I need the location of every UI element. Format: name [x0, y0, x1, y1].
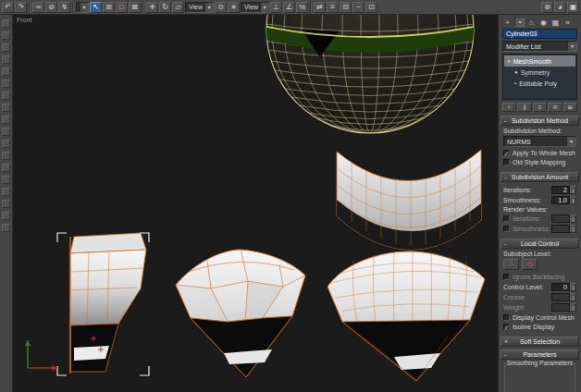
- show-end-result-button[interactable]: ∥: [517, 103, 531, 112]
- curve-editor-icon[interactable]: ~: [352, 2, 365, 13]
- snap-toggle-icon[interactable]: ⊥: [270, 2, 282, 13]
- apply-to-whole-mesh-checkbox[interactable]: ✓: [503, 150, 510, 156]
- secondary-view-dropdown[interactable]: View ▾: [241, 2, 269, 13]
- rollout-header-parameters[interactable]: - Parameters: [501, 349, 579, 360]
- left-toolbar-icon[interactable]: [2, 19, 10, 28]
- sphere-object[interactable]: [263, 15, 477, 134]
- tab-motion[interactable]: ◉: [538, 17, 549, 27]
- render-iterations-value[interactable]: [551, 214, 570, 223]
- viewport-canvas[interactable]: [13, 15, 498, 392]
- configure-modifier-sets-button[interactable]: ⊞: [563, 103, 577, 112]
- control-level-value[interactable]: 0: [551, 283, 570, 291]
- spinner-down-icon[interactable]: ▾: [572, 201, 574, 203]
- ignore-backfacing-checkbox[interactable]: [503, 274, 510, 280]
- crease-value[interactable]: [551, 293, 570, 301]
- make-unique-button[interactable]: ≡: [533, 103, 547, 112]
- spinner-down-icon[interactable]: ▾: [572, 288, 574, 290]
- left-toolbar-icon[interactable]: [2, 212, 10, 220]
- smoothness-value[interactable]: 1.0: [551, 196, 570, 204]
- left-toolbar-icon[interactable]: [2, 116, 10, 124]
- spinner-arrows[interactable]: ▴▾: [570, 225, 576, 233]
- select-and-rotate-icon[interactable]: ↻: [159, 2, 171, 13]
- subdivision-method-dropdown[interactable]: NURMS ▾: [503, 136, 576, 147]
- spinner-arrows[interactable]: ▴▾: [570, 214, 576, 223]
- modifier-bulb-icon[interactable]: ●: [514, 69, 518, 75]
- weight-value[interactable]: [551, 303, 570, 312]
- undo-icon[interactable]: ↶: [2, 2, 14, 13]
- window-crossing-icon[interactable]: ⊠: [129, 2, 141, 13]
- left-toolbar-icon[interactable]: [2, 224, 10, 232]
- spinner-down-icon[interactable]: ▾: [572, 308, 574, 311]
- left-toolbar-icon[interactable]: [2, 92, 10, 100]
- viewport-front[interactable]: Front: [13, 15, 498, 392]
- left-toolbar-icon[interactable]: [2, 152, 10, 160]
- bind-to-space-warp-icon[interactable]: ↯: [58, 2, 70, 13]
- rollout-header-local-control[interactable]: - Local Control: [501, 239, 579, 249]
- left-toolbar-icon[interactable]: [2, 164, 10, 172]
- align-icon[interactable]: ≡: [327, 2, 339, 13]
- modifier-list-dropdown[interactable]: Modifier List ▾: [502, 41, 577, 52]
- selection-filter-dropdown[interactable]: ▾: [76, 2, 89, 13]
- render-smoothness-value[interactable]: [551, 225, 570, 233]
- tab-create[interactable]: +: [502, 17, 513, 27]
- render-smoothness-checkbox[interactable]: [503, 226, 510, 232]
- use-pivot-center-icon[interactable]: ⊙: [215, 2, 227, 13]
- spinner-arrows[interactable]: ▴▾: [570, 283, 576, 291]
- old-style-mapping-checkbox[interactable]: [503, 159, 510, 165]
- spinner-down-icon[interactable]: ▾: [572, 298, 574, 300]
- select-and-move-icon[interactable]: ✛: [146, 2, 158, 13]
- select-and-manipulate-icon[interactable]: ∗: [228, 2, 240, 13]
- unlink-selection-icon[interactable]: ⊘: [45, 2, 57, 13]
- helmet-low-object[interactable]: [57, 233, 149, 375]
- left-toolbar-icon[interactable]: [2, 128, 10, 136]
- spinner-arrows[interactable]: ▴▾: [570, 293, 576, 301]
- percent-snap-icon[interactable]: %: [296, 2, 308, 13]
- vertex-subobject-button[interactable]: ∴: [503, 259, 519, 270]
- select-by-name-icon[interactable]: ⊞: [103, 2, 115, 13]
- render-last-icon[interactable]: ▣: [567, 2, 579, 13]
- display-control-mesh-checkbox[interactable]: [503, 314, 510, 321]
- left-toolbar-icon[interactable]: [2, 140, 10, 148]
- angle-snap-icon[interactable]: ∠: [283, 2, 295, 13]
- left-toolbar-icon[interactable]: [2, 31, 10, 40]
- viewport-label[interactable]: Front: [17, 17, 31, 23]
- select-object-icon[interactable]: ↖: [90, 2, 102, 13]
- helmet-mid-object[interactable]: [176, 250, 305, 377]
- left-toolbar-icon[interactable]: [2, 188, 10, 196]
- rectangular-region-icon[interactable]: □: [116, 2, 128, 13]
- tab-display[interactable]: ▦: [550, 17, 561, 27]
- rollout-header-subdivision-method[interactable]: - Subdivision Method: [501, 116, 579, 126]
- left-toolbar-icon[interactable]: [2, 200, 10, 208]
- tab-hierarchy[interactable]: ⌂: [526, 17, 537, 27]
- remove-modifier-button[interactable]: ⊘: [548, 103, 562, 112]
- render-teapot-icon[interactable]: ◕: [554, 2, 566, 13]
- isoline-display-checkbox[interactable]: ✓: [503, 324, 510, 330]
- left-toolbar-icon[interactable]: [2, 80, 10, 88]
- stack-item-editable-poly[interactable]: ▪ Editable Poly: [504, 78, 575, 89]
- curved-band-object[interactable]: [337, 150, 481, 250]
- tab-utilities[interactable]: ¤: [562, 17, 573, 27]
- render-iterations-checkbox[interactable]: [503, 215, 510, 222]
- redo-icon[interactable]: ↷: [15, 2, 27, 13]
- stack-item-symmetry[interactable]: ● Symmetry: [504, 67, 575, 78]
- left-toolbar-icon[interactable]: [2, 67, 10, 76]
- spinner-down-icon[interactable]: ▾: [572, 229, 574, 232]
- reference-coordinate-system-dropdown[interactable]: View ▾: [185, 2, 214, 13]
- mirror-icon[interactable]: ⇄: [314, 2, 326, 13]
- rollout-header-soft-selection[interactable]: + Soft Selection: [501, 337, 579, 347]
- tab-modify[interactable]: ◔: [514, 17, 525, 27]
- select-and-scale-icon[interactable]: ▱: [172, 2, 184, 13]
- left-toolbar-icon[interactable]: [2, 176, 10, 184]
- select-and-link-icon[interactable]: ∞: [32, 2, 44, 13]
- stack-item-meshsmooth[interactable]: ● MeshSmooth: [504, 55, 575, 67]
- helmet-high-object[interactable]: [328, 251, 485, 381]
- pin-stack-button[interactable]: ⊦: [502, 103, 516, 112]
- spinner-down-icon[interactable]: ▾: [572, 219, 574, 222]
- spinner-arrows[interactable]: ▴▾: [570, 186, 576, 194]
- schematic-view-icon[interactable]: ⊡: [365, 2, 377, 13]
- spinner-arrows[interactable]: ▴▾: [570, 196, 576, 204]
- left-toolbar-icon[interactable]: [2, 43, 10, 52]
- render-setup-icon[interactable]: ⊛: [541, 2, 553, 13]
- left-toolbar-icon[interactable]: [2, 104, 10, 112]
- modifier-bulb-icon[interactable]: ●: [507, 58, 511, 64]
